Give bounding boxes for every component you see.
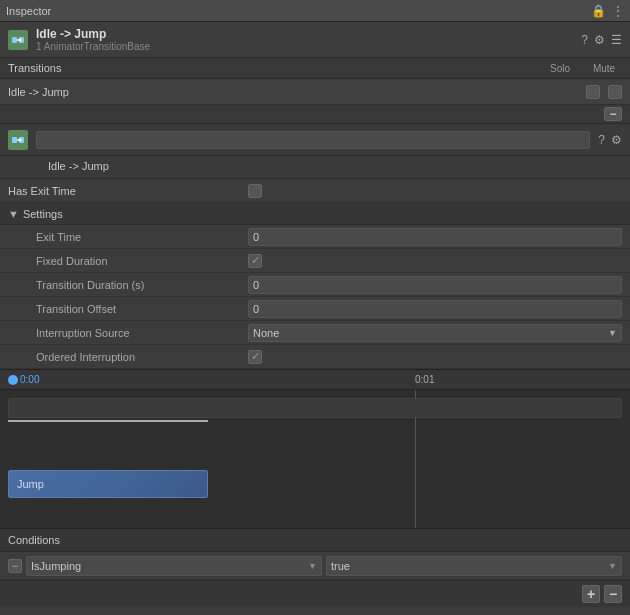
ordered-interruption-row: Ordered Interruption: [0, 345, 630, 369]
settings-label: Settings: [23, 208, 63, 220]
transition-checkboxes: [586, 85, 622, 99]
has-exit-time-label: Has Exit Time: [8, 185, 248, 197]
playhead[interactable]: 0:00: [8, 370, 39, 385]
title-text: Idle -> Jump 1 AnimatorTransitionBase: [36, 27, 150, 52]
svg-rect-0: [12, 37, 17, 43]
mute-checkbox[interactable]: [608, 85, 622, 99]
settings-section-header[interactable]: ▼ Settings: [0, 203, 630, 225]
fixed-duration-label: Fixed Duration: [8, 255, 248, 267]
tick-label-1: 0:01: [415, 374, 434, 385]
transition-row[interactable]: Idle -> Jump: [0, 79, 630, 105]
exit-time-row: Exit Time: [0, 225, 630, 249]
condition-row: − IsJumping ▼ true ▼: [0, 552, 630, 580]
transition-offset-row: Transition Offset: [0, 297, 630, 321]
properties-section: Has Exit Time ▼ Settings Exit Time Fixed…: [0, 179, 630, 369]
remove-transition-button[interactable]: −: [604, 107, 622, 121]
transitions-label: Transitions: [8, 62, 542, 74]
transition-offset-input[interactable]: [248, 300, 622, 318]
jump-animation-block[interactable]: Jump: [8, 470, 208, 498]
ordered-interruption-checkbox[interactable]: [248, 350, 262, 364]
exit-time-input[interactable]: [248, 228, 622, 246]
overflow-icon[interactable]: ☰: [611, 33, 622, 47]
ordered-interruption-label: Ordered Interruption: [8, 351, 248, 363]
has-exit-time-row: Has Exit Time: [0, 179, 630, 203]
solo-checkbox[interactable]: [586, 85, 600, 99]
playhead-circle: [8, 375, 18, 385]
second-header: ? ⚙: [0, 124, 630, 156]
help-icon[interactable]: ?: [581, 33, 588, 47]
title-row: Idle -> Jump 1 AnimatorTransitionBase ? …: [0, 22, 630, 58]
condition-parameter-select[interactable]: IsJumping ▼: [26, 556, 322, 576]
settings-arrow: ▼: [8, 208, 19, 220]
tab-label: Inspector: [6, 5, 51, 17]
header-bar: Inspector 🔒 ⋮: [0, 0, 630, 22]
transition-name: Idle -> Jump: [8, 86, 586, 98]
interruption-source-label: Interruption Source: [8, 327, 248, 339]
minus-row: −: [0, 105, 630, 123]
select-arrow-down: ▼: [608, 328, 617, 338]
has-exit-time-checkbox[interactable]: [248, 184, 262, 198]
name-input-bar[interactable]: [36, 131, 590, 149]
svg-rect-4: [12, 137, 17, 143]
header-icons: 🔒 ⋮: [591, 4, 624, 18]
second-header-icons: ? ⚙: [598, 133, 622, 147]
fixed-duration-checkbox[interactable]: [248, 254, 262, 268]
timeline-track[interactable]: [8, 398, 622, 418]
animator-icon-2: [8, 130, 28, 150]
solo-label: Solo: [542, 63, 578, 74]
title-icons-right: ? ⚙ ☰: [581, 33, 622, 47]
remove-condition-button[interactable]: −: [8, 559, 22, 573]
transition-offset-label: Transition Offset: [8, 303, 248, 315]
timeline-white-bar: [8, 420, 208, 422]
animator-subtitle-row: Idle -> Jump: [0, 156, 630, 179]
condition-value: true: [331, 560, 350, 572]
condition-value-arrow: ▼: [608, 561, 617, 571]
conditions-header: Conditions: [0, 529, 630, 552]
help-icon-2[interactable]: ?: [598, 133, 605, 147]
conditions-section: Conditions − IsJumping ▼ true ▼ + −: [0, 529, 630, 615]
interruption-source-value: None: [253, 327, 279, 339]
animator-icon: [8, 30, 28, 50]
interruption-source-select[interactable]: None ▼: [248, 324, 622, 342]
sub-title: 1 AnimatorTransitionBase: [36, 41, 150, 52]
transitions-header: Transitions Solo Mute: [0, 58, 630, 79]
menu-icon[interactable]: ⋮: [612, 4, 624, 18]
interruption-source-row: Interruption Source None ▼: [0, 321, 630, 345]
add-condition-button[interactable]: +: [582, 585, 600, 603]
transition-duration-input[interactable]: [248, 276, 622, 294]
mute-label: Mute: [586, 63, 622, 74]
animator-subtitle: Idle -> Jump: [48, 160, 109, 172]
playhead-label: 0:00: [20, 374, 39, 385]
condition-param-arrow: ▼: [308, 561, 317, 571]
lock-icon[interactable]: 🔒: [591, 4, 606, 18]
minus-condition-footer-button[interactable]: −: [604, 585, 622, 603]
transition-duration-label: Transition Duration (s): [8, 279, 248, 291]
inspector-panel: Inspector 🔒 ⋮ Idle -> Jump 1 AnimatorTra…: [0, 0, 630, 615]
fixed-duration-row: Fixed Duration: [0, 249, 630, 273]
transition-duration-row: Transition Duration (s): [0, 273, 630, 297]
timeline-ruler[interactable]: 0:00 0:01: [0, 370, 630, 390]
condition-value-select[interactable]: true ▼: [326, 556, 622, 576]
settings-icon-2[interactable]: ⚙: [611, 133, 622, 147]
condition-parameter-value: IsJumping: [31, 560, 81, 572]
jump-block-label: Jump: [17, 478, 44, 490]
exit-time-label: Exit Time: [8, 231, 248, 243]
conditions-footer: + −: [0, 580, 630, 607]
settings-icon[interactable]: ⚙: [594, 33, 605, 47]
timeline-content: Jump: [0, 390, 630, 529]
transitions-section: Transitions Solo Mute Idle -> Jump −: [0, 58, 630, 124]
conditions-title: Conditions: [8, 534, 60, 546]
timeline-area: 0:00 0:01 Jump: [0, 369, 630, 529]
main-title: Idle -> Jump: [36, 27, 150, 41]
transitions-col-labels: Solo Mute: [542, 63, 622, 74]
